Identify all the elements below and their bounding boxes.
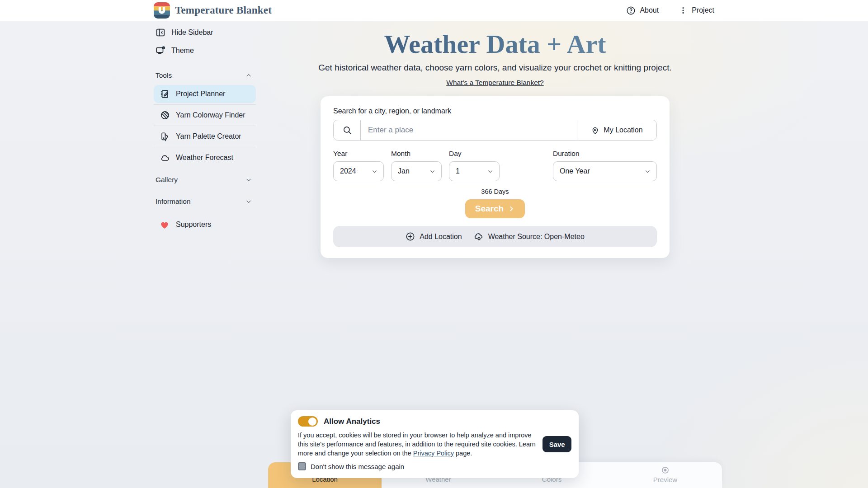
year-value: 2024 (340, 167, 356, 175)
day-field: Day 1 (449, 150, 500, 181)
hide-sidebar-button[interactable]: Hide Sidebar (154, 23, 256, 42)
gallery-label: Gallery (156, 176, 178, 184)
sidebar-item-project-planner[interactable]: Project Planner (154, 85, 256, 103)
search-button-label: Search (475, 204, 504, 214)
about-label: About (640, 6, 659, 14)
save-button[interactable]: Save (542, 436, 571, 452)
sidebar-item-label: Yarn Colorway Finder (176, 111, 245, 119)
tools-list: Project Planner Yarn Colorway Finder (154, 85, 256, 167)
duration-value: One Year (560, 167, 590, 175)
sidebar-item-yarn-colorway-finder[interactable]: Yarn Colorway Finder (154, 106, 256, 124)
weather-source-label: Weather Source: Open-Meteo (488, 233, 585, 241)
sidebar-item-label: Weather Forecast (176, 154, 233, 162)
section-gallery[interactable]: Gallery (154, 171, 256, 188)
section-information[interactable]: Information (154, 193, 256, 210)
search-card-label: Search for a city, region, or landmark (333, 107, 657, 115)
search-icon (342, 125, 352, 135)
place-search-row: My Location (333, 120, 657, 141)
about-button[interactable]: About (626, 6, 659, 15)
day-select[interactable]: 1 (449, 161, 500, 181)
project-label: Project (692, 6, 714, 14)
chevron-down-icon (487, 168, 494, 175)
search-input[interactable] (361, 120, 577, 140)
sidebar-item-weather-forecast[interactable]: Weather Forecast (154, 149, 256, 167)
my-location-button[interactable]: My Location (577, 120, 656, 140)
month-label: Month (391, 150, 442, 158)
theme-icon (156, 46, 165, 56)
duration-label: Duration (553, 150, 657, 158)
sidebar-item-supporters[interactable]: Supporters (154, 215, 256, 235)
app-logo[interactable]: Temperature Blanket (154, 2, 272, 19)
chevron-right-icon (508, 205, 515, 212)
sidebar-item-label: Project Planner (176, 90, 225, 98)
tab-preview[interactable]: Preview (609, 462, 722, 488)
swatches-icon (160, 131, 170, 141)
sidebar-item-yarn-palette-creator[interactable]: Yarn Palette Creator (154, 127, 256, 145)
page-subtitle: Get historical weather data, choose yarn… (267, 63, 723, 73)
month-field: Month Jan (391, 150, 442, 181)
days-count: 366 Days (333, 188, 657, 195)
heart-icon (159, 219, 170, 230)
search-icon-button[interactable] (334, 120, 361, 140)
date-fields: Year 2024 Month Jan Day (333, 150, 657, 181)
project-menu-button[interactable]: Project (679, 6, 714, 15)
header: Temperature Blanket About (0, 0, 868, 21)
cloud-gear-icon (474, 232, 484, 242)
sidebar-item-label: Yarn Palette Creator (176, 132, 241, 141)
cloud-icon (160, 153, 170, 163)
toggle-knob (308, 418, 316, 426)
tools-label: Tools (156, 71, 172, 80)
weather-source-button[interactable]: Weather Source: Open-Meteo (474, 232, 585, 242)
main-content: Weather Data + Art Get historical weathe… (267, 21, 723, 258)
add-location-button[interactable]: Add Location (406, 232, 462, 241)
chevron-down-icon (644, 168, 651, 175)
help-circle-icon (626, 6, 636, 15)
chevron-up-icon (245, 72, 252, 79)
information-label: Information (156, 197, 191, 206)
search-button[interactable]: Search (465, 199, 525, 218)
section-tools[interactable]: Tools (154, 67, 256, 84)
theme-button[interactable]: Theme (154, 42, 256, 60)
day-label: Day (449, 150, 500, 158)
chevron-down-icon (245, 198, 252, 205)
search-card: Search for a city, region, or landmark (321, 96, 670, 258)
eye-icon (660, 465, 670, 475)
day-value: 1 (456, 167, 460, 175)
year-select[interactable]: 2024 (333, 161, 384, 181)
blanket-logo-icon (154, 2, 170, 19)
year-label: Year (333, 150, 384, 158)
tab-preview-label: Preview (653, 476, 677, 483)
dont-show-checkbox[interactable] (298, 462, 306, 470)
supporters-label: Supporters (176, 221, 211, 229)
chevron-down-icon (429, 168, 436, 175)
cookie-banner: Allow Analytics If you accept, cookies w… (291, 410, 579, 478)
allow-analytics-label: Allow Analytics (324, 417, 380, 426)
allow-analytics-toggle[interactable] (298, 416, 318, 427)
whats-a-temperature-blanket-link[interactable]: What's a Temperature Blanket? (446, 79, 543, 87)
privacy-policy-link[interactable]: Privacy Policy (413, 450, 454, 457)
yarn-ball-icon (160, 110, 170, 120)
location-pin-icon (591, 126, 599, 135)
month-select[interactable]: Jan (391, 161, 442, 181)
duration-field: Duration One Year (553, 150, 657, 181)
month-value: Jan (398, 167, 410, 175)
divider (154, 104, 256, 105)
divider (154, 147, 256, 147)
cookie-message-after: page. (454, 450, 472, 457)
plus-circle-icon (406, 232, 415, 241)
cookie-message: If you accept, cookies will be stored in… (298, 431, 536, 458)
panel-left-icon (156, 28, 165, 38)
sidebar: Hide Sidebar Theme Tools (154, 23, 256, 235)
chevron-down-icon (371, 168, 378, 175)
notebook-pencil-icon (160, 89, 170, 99)
duration-select[interactable]: One Year (553, 161, 657, 181)
chevron-down-icon (245, 176, 252, 183)
kebab-menu-icon (679, 6, 688, 15)
dont-show-label: Don't show this message again (311, 463, 404, 470)
my-location-label: My Location (604, 126, 642, 134)
add-location-label: Add Location (420, 233, 462, 241)
year-field: Year 2024 (333, 150, 384, 181)
divider (154, 126, 256, 126)
theme-label: Theme (171, 47, 194, 55)
page-title: Weather Data + Art (267, 29, 723, 59)
